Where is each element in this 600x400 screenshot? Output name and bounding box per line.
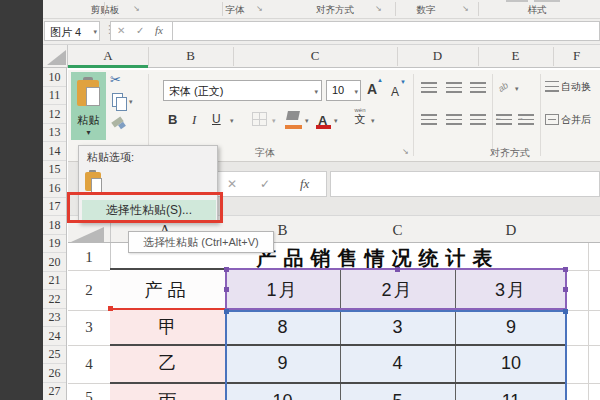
- copy-caret-icon[interactable]: ▾: [129, 98, 133, 105]
- row-header[interactable]: 11: [43, 86, 66, 105]
- underline-button[interactable]: U: [212, 112, 221, 126]
- fill-color-caret-icon[interactable]: ▾: [305, 117, 309, 124]
- align-top-icon[interactable]: [421, 82, 437, 93]
- dialog-launcher-icon[interactable]: ↘: [256, 4, 263, 13]
- font-size-combo[interactable]: 10 ▾: [326, 80, 361, 101]
- inner-fx-icon[interactable]: fx: [300, 176, 309, 192]
- row-header[interactable]: 10: [43, 68, 66, 87]
- paste-button[interactable]: 粘贴 ▾: [71, 72, 106, 140]
- row-header[interactable]: 22: [43, 290, 66, 309]
- paste-caret-icon[interactable]: ▾: [71, 128, 106, 137]
- name-box[interactable]: 图片 4 ▾: [44, 21, 100, 41]
- column-header-D[interactable]: D: [397, 48, 478, 64]
- insert-function-icon[interactable]: fx: [155, 24, 163, 36]
- inner-column-header-C[interactable]: C: [340, 222, 455, 239]
- font-name-caret-icon[interactable]: ▾: [314, 88, 318, 95]
- align-bottom-icon[interactable]: [470, 82, 486, 93]
- inner-row-header[interactable]: 1: [70, 249, 108, 266]
- enter-icon[interactable]: ✓: [136, 25, 144, 36]
- row-header[interactable]: 25: [43, 345, 66, 364]
- font-color-caret-icon[interactable]: ▾: [334, 117, 338, 124]
- paste-label: 粘贴: [71, 113, 106, 128]
- inner-row-header[interactable]: 3: [70, 319, 108, 336]
- decrease-indent-arrow: ←: [495, 114, 502, 121]
- formula-input[interactable]: [172, 21, 600, 41]
- align-center-icon[interactable]: [446, 114, 462, 125]
- wrap-text-icon[interactable]: [545, 81, 559, 92]
- row-header[interactable]: 18: [43, 216, 66, 235]
- underline-caret-icon[interactable]: ▾: [230, 117, 234, 124]
- table-cell[interactable]: 甲: [110, 310, 225, 345]
- cut-icon[interactable]: ✂: [110, 72, 121, 87]
- blue-selection-box[interactable]: [225, 310, 567, 400]
- row-header[interactable]: 24: [43, 327, 66, 346]
- cancel-icon[interactable]: ✕: [117, 25, 125, 36]
- inner-column-header-D[interactable]: D: [455, 222, 567, 239]
- italic-button[interactable]: I: [192, 112, 196, 128]
- inner-select-all-corner[interactable]: [71, 227, 104, 242]
- selection-handle[interactable]: [563, 267, 568, 272]
- dialog-launcher-icon[interactable]: ↘: [462, 4, 469, 13]
- selection-handle[interactable]: [224, 267, 229, 272]
- phonetic-caret-icon[interactable]: ▾: [371, 117, 375, 124]
- inner-row-header[interactable]: 2: [70, 282, 108, 299]
- red-selection-handle[interactable]: [108, 306, 113, 311]
- font-color-button[interactable]: A: [318, 111, 327, 129]
- wrap-text-label[interactable]: 自动换: [561, 80, 600, 94]
- column-header-E[interactable]: E: [478, 48, 553, 64]
- inner-row-header[interactable]: 4: [70, 356, 108, 373]
- row-header[interactable]: 21: [43, 271, 66, 290]
- align-left-icon[interactable]: [421, 114, 437, 125]
- ribbon-label-row: 剪贴板 ↘ 字体 ↘ 对齐方式 ↘ 数字 ↘ 样式: [43, 0, 600, 19]
- selection-handle[interactable]: [395, 267, 400, 272]
- borders-caret-icon[interactable]: ▾: [272, 117, 276, 124]
- dialog-launcher-icon[interactable]: ↘: [133, 4, 140, 13]
- inner-row-header[interactable]: 5: [70, 389, 108, 400]
- row-header[interactable]: 27: [43, 382, 66, 400]
- font-size-caret-icon[interactable]: ▾: [354, 88, 358, 95]
- selection-handle[interactable]: [224, 287, 229, 292]
- column-header-F[interactable]: F: [553, 48, 600, 64]
- inner-enter-icon[interactable]: ✓: [260, 177, 270, 191]
- red-selection-line: [109, 308, 227, 310]
- align-right-icon[interactable]: [470, 114, 486, 125]
- column-header-C[interactable]: C: [233, 48, 397, 64]
- inner-cancel-icon[interactable]: ✕: [227, 177, 237, 191]
- merge-center-label[interactable]: 合并后: [561, 113, 600, 127]
- selection-handle[interactable]: [563, 287, 568, 292]
- bold-button[interactable]: B: [168, 112, 177, 127]
- column-header-A[interactable]: A: [68, 48, 148, 64]
- table-header-product[interactable]: 产品: [110, 268, 225, 310]
- row-header[interactable]: 20: [43, 253, 66, 272]
- row-header[interactable]: 17: [43, 197, 66, 216]
- dialog-launcher-icon[interactable]: ↘: [375, 4, 382, 13]
- table-cell[interactable]: 丙: [110, 383, 225, 400]
- row-header[interactable]: 12: [43, 105, 66, 124]
- font-name-combo[interactable]: 宋体 (正文) ▾: [163, 80, 322, 101]
- row-header[interactable]: 16: [43, 179, 66, 198]
- column-header-B[interactable]: B: [148, 48, 233, 64]
- merge-center-icon[interactable]: [545, 114, 559, 125]
- selection-handle[interactable]: [224, 309, 229, 314]
- table-cell[interactable]: 乙: [110, 345, 225, 383]
- purple-selection-box[interactable]: [225, 268, 567, 310]
- phonetic-guide-button[interactable]: wén 文: [349, 107, 371, 125]
- row-header[interactable]: 13: [43, 123, 66, 142]
- orientation-icon[interactable]: ab: [496, 80, 510, 94]
- excel-window: 剪贴板 ↘ 字体 ↘ 对齐方式 ↘ 数字 ↘ 样式 图片 4 ▾ ⋮ ✕ ✓ f…: [0, 0, 600, 400]
- row-header[interactable]: 14: [43, 142, 66, 161]
- align-middle-icon[interactable]: [446, 82, 462, 93]
- grow-font-button[interactable]: A ▲: [367, 80, 377, 98]
- inner-formula-input[interactable]: [330, 171, 600, 197]
- name-box-caret-icon[interactable]: ▾: [93, 28, 97, 35]
- font-size-value: 10: [332, 84, 344, 96]
- row-header[interactable]: 23: [43, 308, 66, 327]
- shrink-font-button[interactable]: A ▼: [391, 82, 399, 100]
- selection-handle[interactable]: [563, 309, 568, 314]
- row-header[interactable]: 15: [43, 160, 66, 179]
- select-all-corner[interactable]: [47, 50, 66, 65]
- inner-dialog-launcher-icon[interactable]: ↘: [402, 147, 409, 156]
- row-header[interactable]: 26: [43, 364, 66, 383]
- row-header[interactable]: 19: [43, 234, 66, 253]
- orientation-caret-icon[interactable]: ▾: [515, 85, 519, 92]
